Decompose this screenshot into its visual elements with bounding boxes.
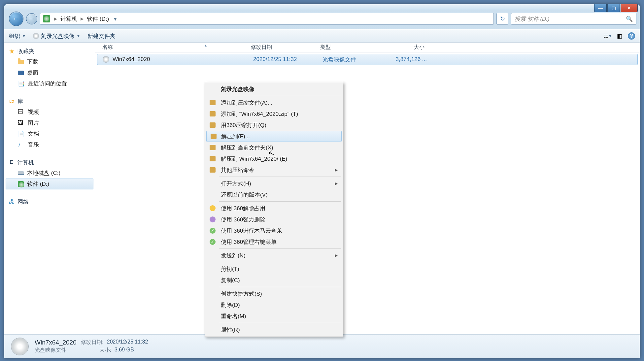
ctx-add-to-zip[interactable]: 添加到 "Win7x64_2020.zip" (T) xyxy=(206,108,342,119)
sidebar-item-drive-c[interactable]: 本地磁盘 (C:) xyxy=(6,168,93,179)
ctx-separator xyxy=(219,177,341,177)
column-date[interactable]: 修改日期 xyxy=(247,44,316,51)
ctx-properties[interactable]: 属性(R) xyxy=(206,324,342,335)
video-icon: 🎞 xyxy=(18,109,24,115)
ctx-open-with[interactable]: 打开方式(H)▶ xyxy=(206,178,342,189)
ctx-360-manage-menu[interactable]: ✓使用 360管理右键菜单 xyxy=(206,236,342,247)
sidebar-computer-header[interactable]: 🖥计算机 xyxy=(6,157,93,168)
submenu-arrow-icon: ▶ xyxy=(335,168,338,172)
ctx-separator xyxy=(219,262,341,262)
ctx-360-scan[interactable]: ✓使用 360进行木马云查杀 xyxy=(206,225,342,236)
music-icon: ♪ xyxy=(18,142,24,148)
library-icon: 🗂 xyxy=(9,98,15,105)
archive-icon xyxy=(211,134,217,139)
desktop-icon xyxy=(18,71,24,75)
submenu-arrow-icon: ▶ xyxy=(335,253,338,258)
search-input[interactable]: 搜索 软件 (D:) 🔍 xyxy=(511,13,636,25)
minimize-button[interactable]: — xyxy=(594,4,607,12)
back-button[interactable]: ← xyxy=(9,12,23,26)
address-dropdown[interactable]: ▾ xyxy=(111,13,119,24)
ctx-cut[interactable]: 剪切(T) xyxy=(206,263,342,275)
file-name: Win7x64_2020 xyxy=(113,56,150,63)
column-type[interactable]: 类型 xyxy=(316,44,386,51)
archive-icon xyxy=(210,145,216,150)
sidebar: ★收藏夹 下载 桌面 📑最近访问的位置 🗂库 🎞视频 🖼图片 📄文档 ♪音乐 🖥… xyxy=(4,43,95,334)
ctx-separator xyxy=(219,248,341,249)
new-folder-button[interactable]: 新建文件夹 xyxy=(87,32,116,40)
sidebar-item-recent[interactable]: 📑最近访问的位置 xyxy=(6,78,93,89)
archive-icon xyxy=(210,167,216,173)
file-size: 3,874,126 ... xyxy=(388,56,431,63)
ctx-burn-image[interactable]: 刻录光盘映像 xyxy=(206,83,342,95)
preview-pane-button[interactable]: ◧ xyxy=(616,32,623,40)
address-bar[interactable]: ▶ 计算机 ▶ 软件 (D:) ▾ xyxy=(40,13,494,25)
file-row[interactable]: Win7x64_2020 2020/12/25 11:32 光盘映像文件 3,8… xyxy=(97,54,638,65)
ctx-send-to[interactable]: 发送到(N)▶ xyxy=(206,250,342,261)
sidebar-item-documents[interactable]: 📄文档 xyxy=(6,128,93,139)
sidebar-item-pictures[interactable]: 🖼图片 xyxy=(6,117,93,128)
ctx-extract-to[interactable]: 解压到(F)... xyxy=(206,131,342,142)
360-icon xyxy=(210,216,216,222)
ctx-add-to-archive[interactable]: 添加到压缩文件(A)... xyxy=(206,97,342,108)
details-date-label: 修改日期: xyxy=(80,339,104,346)
file-pane: 名称 修改日期 类型 大小 Win7x64_2020 2020/12/25 11… xyxy=(95,43,640,334)
360-icon xyxy=(210,205,216,211)
folder-icon xyxy=(18,60,24,64)
sidebar-item-videos[interactable]: 🎞视频 xyxy=(6,107,93,117)
ctx-separator xyxy=(219,201,341,202)
breadcrumb-computer[interactable]: 计算机 xyxy=(58,15,79,23)
sidebar-network-header[interactable]: 🖧网络 xyxy=(6,197,93,207)
documents-icon: 📄 xyxy=(18,131,24,137)
burn-image-button[interactable]: 刻录光盘映像▼ xyxy=(33,32,80,40)
drive-icon xyxy=(18,171,24,175)
nav-row: ← → ▶ 计算机 ▶ 软件 (D:) ▾ ↻ 搜索 软件 (D:) 🔍 xyxy=(4,10,640,29)
computer-icon: 🖥 xyxy=(9,159,15,166)
ctx-extract-to-folder[interactable]: 解压到 Win7x64_2020\ (E) xyxy=(206,153,342,164)
ctx-360-unlock[interactable]: 使用 360解除占用 xyxy=(206,203,342,214)
view-mode-button[interactable]: ☷ ▼ xyxy=(604,32,611,40)
ctx-rename[interactable]: 重命名(M) xyxy=(206,311,342,322)
chevron-right-icon[interactable]: ▶ xyxy=(53,16,58,21)
file-date: 2020/12/25 11:32 xyxy=(249,56,319,63)
titlebar: — ▢ ✕ xyxy=(4,4,640,10)
column-name[interactable]: 名称 xyxy=(95,44,247,51)
sidebar-item-desktop[interactable]: 桌面 xyxy=(6,67,93,78)
ctx-open-with-360zip[interactable]: 用360压缩打开(Q) xyxy=(206,119,342,131)
column-size[interactable]: 大小 xyxy=(386,44,428,51)
sidebar-item-drive-d[interactable]: 软件 (D:) xyxy=(6,179,93,189)
sidebar-libraries-header[interactable]: 🗂库 xyxy=(6,96,93,107)
ctx-extract-here[interactable]: 解压到当前文件夹(X) xyxy=(206,142,342,153)
sidebar-item-music[interactable]: ♪音乐 xyxy=(6,139,93,150)
ctx-copy[interactable]: 复制(C) xyxy=(206,275,342,286)
submenu-arrow-icon: ▶ xyxy=(335,181,338,186)
archive-icon xyxy=(210,122,216,128)
details-size-label: 大小: xyxy=(87,347,111,354)
forward-button[interactable]: → xyxy=(26,13,37,24)
details-filetype: 光盘映像文件 xyxy=(35,347,84,354)
maximize-button[interactable]: ▢ xyxy=(607,4,620,12)
ctx-other-compress[interactable]: 其他压缩命令▶ xyxy=(206,164,342,176)
breadcrumb-location[interactable]: 软件 (D:) xyxy=(85,15,111,23)
archive-icon xyxy=(210,111,216,116)
close-button[interactable]: ✕ xyxy=(621,4,638,12)
file-type: 光盘映像文件 xyxy=(319,56,388,63)
toolbar: 组织▼ 刻录光盘映像▼ 新建文件夹 ☷ ▼ ◧ ? xyxy=(4,29,640,43)
star-icon: ★ xyxy=(9,47,15,55)
ctx-360-force-delete[interactable]: 使用 360强力删除 xyxy=(206,214,342,225)
recent-icon: 📑 xyxy=(18,81,24,87)
location-icon xyxy=(43,15,50,22)
ctx-restore-previous[interactable]: 还原以前的版本(V) xyxy=(206,189,342,200)
ctx-delete[interactable]: 删除(D) xyxy=(206,299,342,311)
sidebar-favorites-header[interactable]: ★收藏夹 xyxy=(6,46,93,56)
ctx-separator xyxy=(219,287,341,287)
network-icon: 🖧 xyxy=(9,198,15,205)
search-icon: 🔍 xyxy=(626,16,633,22)
sidebar-item-downloads[interactable]: 下载 xyxy=(6,56,93,67)
chevron-right-icon[interactable]: ▶ xyxy=(79,16,85,21)
organize-menu[interactable]: 组织▼ xyxy=(9,32,26,40)
refresh-button[interactable]: ↻ xyxy=(496,13,508,25)
details-date: 2020/12/25 11:32 xyxy=(107,339,148,346)
help-button[interactable]: ? xyxy=(628,32,635,40)
360-icon: ✓ xyxy=(210,239,216,245)
ctx-create-shortcut[interactable]: 创建快捷方式(S) xyxy=(206,288,342,299)
